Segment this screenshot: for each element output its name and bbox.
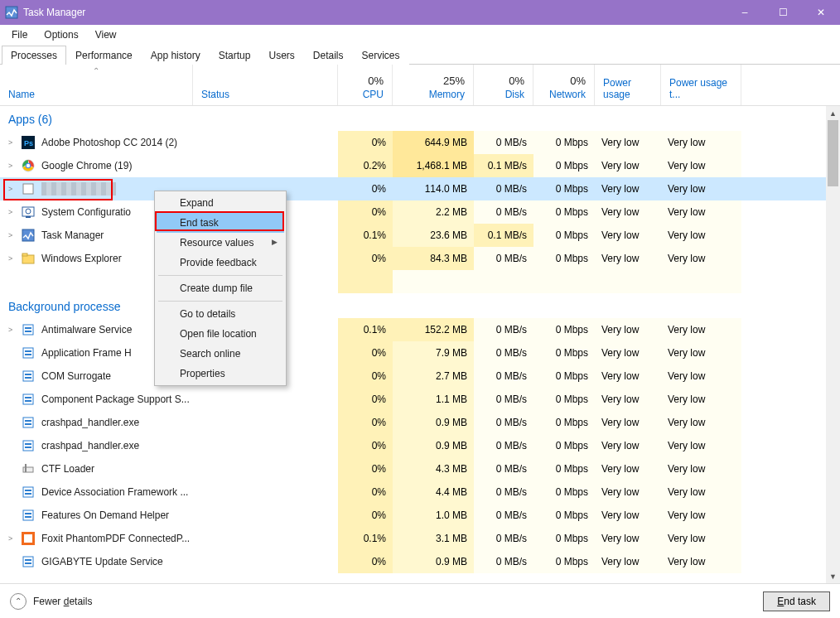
svg-rect-30	[25, 443, 31, 445]
footer: ⌃ Fewer details End task	[0, 583, 840, 618]
process-row[interactable]: CTF Loader0%4.3 MB0 MB/s0 MbpsVery lowVe…	[0, 457, 826, 480]
svg-rect-44	[25, 562, 31, 564]
menu-item-properties[interactable]: Properties	[157, 364, 284, 384]
col-memory[interactable]: 25%Memory	[393, 65, 474, 105]
process-row[interactable]: Device Association Framework ...0%4.4 MB…	[0, 480, 826, 504]
power-usage-trend-cell: Very low	[661, 411, 741, 434]
process-list[interactable]: Apps (6)>PsAdobe Photoshop CC 2014 (2)0%…	[0, 106, 826, 583]
menu-item-go-to-details[interactable]: Go to details	[157, 304, 284, 324]
process-row[interactable]: >PsAdobe Photoshop CC 2014 (2)0%644.9 MB…	[0, 131, 826, 154]
tab-app-history[interactable]: App history	[142, 46, 210, 65]
svg-rect-23	[23, 394, 33, 404]
process-row[interactable]: >Windows Explorer0%84.3 MB0 MB/s0 MbpsVe…	[0, 247, 826, 270]
power-usage-cell: Very low	[595, 504, 661, 527]
close-button[interactable]: ✕	[802, 0, 840, 25]
scroll-down-button[interactable]: ▼	[826, 569, 840, 583]
process-row[interactable]: Application Frame H0%7.9 MB0 MB/s0 MbpsV…	[0, 341, 826, 365]
scroll-track[interactable]	[826, 120, 840, 569]
submenu-arrow-icon: ▶	[272, 238, 278, 246]
tab-performance[interactable]: Performance	[66, 46, 142, 65]
tab-users[interactable]: Users	[259, 46, 303, 65]
col-name[interactable]: ⌃ Name	[0, 65, 193, 105]
process-row[interactable]: >Foxit PhantomPDF ConnectedP...0.1%3.1 M…	[0, 527, 826, 550]
menu-item-provide-feedback[interactable]: Provide feedback	[157, 253, 284, 273]
expand-chevron-icon[interactable]: >	[8, 208, 17, 216]
col-status[interactable]: Status	[193, 65, 338, 105]
power-usage-trend-cell: Very low	[661, 434, 741, 457]
expand-chevron-icon[interactable]: >	[8, 254, 17, 263]
col-power-usage-trend[interactable]: Power usage t...	[661, 65, 741, 105]
col-disk[interactable]: 0%Disk	[474, 65, 533, 105]
disk-cell: 0 MB/s	[474, 131, 533, 154]
svg-rect-24	[25, 397, 31, 398]
svg-rect-16	[25, 331, 31, 332]
process-row[interactable]: crashpad_handler.exe0%0.9 MB0 MB/s0 Mbps…	[0, 411, 826, 434]
svg-rect-41	[24, 534, 32, 543]
taskmgr-icon	[5, 6, 18, 19]
svg-rect-10	[26, 216, 31, 218]
disk-cell: 0 MB/s	[474, 527, 533, 550]
process-row[interactable]: COM Surrogate0%2.7 MB0 MB/s0 MbpsVery lo…	[0, 365, 826, 388]
menu-item-resource-values[interactable]: Resource values▶	[157, 233, 284, 253]
expand-chevron-icon[interactable]: >	[8, 326, 17, 334]
expand-chevron-icon[interactable]: >	[8, 231, 17, 239]
app-icon: Ps	[22, 136, 35, 149]
memory-cell: 0.9 MB	[393, 550, 474, 573]
expand-chevron-icon[interactable]: >	[8, 162, 17, 170]
col-network[interactable]: 0%Network	[533, 65, 595, 105]
power-usage-cell: Very low	[595, 341, 661, 365]
process-row[interactable]: Component Package Support S...0%1.1 MB0 …	[0, 388, 826, 411]
power-usage-trend-cell: Very low	[661, 247, 741, 270]
menu-options[interactable]: Options	[36, 27, 86, 42]
power-usage-cell: Very low	[595, 550, 661, 573]
expand-chevron-icon[interactable]: >	[8, 185, 17, 193]
scroll-thumb[interactable]	[828, 120, 838, 186]
process-row[interactable]: >Task Manager0.1%23.6 MB0.1 MB/s0 MbpsVe…	[0, 224, 826, 247]
expand-chevron-icon[interactable]: >	[8, 534, 17, 543]
svg-rect-21	[25, 374, 31, 375]
maximize-button[interactable]: ☐	[764, 0, 802, 25]
disk-cell: 0.1 MB/s	[474, 154, 533, 177]
svg-rect-38	[25, 513, 31, 514]
expand-chevron-icon[interactable]: >	[8, 138, 17, 147]
disk-cell: 0 MB/s	[474, 341, 533, 365]
power-usage-cell: Very low	[595, 154, 661, 177]
col-cpu[interactable]: 0%CPU	[338, 65, 393, 105]
svg-rect-19	[25, 354, 31, 355]
tab-startup[interactable]: Startup	[210, 46, 260, 65]
tab-details[interactable]: Details	[304, 46, 353, 65]
col-power-usage[interactable]: Power usage	[595, 65, 661, 105]
menu-item-search-online[interactable]: Search online	[157, 344, 284, 364]
end-task-button[interactable]: End task	[763, 591, 830, 611]
process-row[interactable]: Features On Demand Helper0%1.0 MB0 MB/s0…	[0, 504, 826, 527]
process-row[interactable]: GIGABYTE Update Service0%0.9 MB0 MB/s0 M…	[0, 550, 826, 573]
minimize-button[interactable]: –	[726, 0, 764, 25]
fewer-details-button[interactable]: ⌃ Fewer details	[10, 593, 92, 610]
context-menu[interactable]: ExpandEnd taskResource values▶Provide fe…	[154, 191, 287, 386]
cpu-cell: 0%	[338, 480, 393, 504]
disk-cell: 0 MB/s	[474, 434, 533, 457]
process-row[interactable]: crashpad_handler.exe0%0.9 MB0 MB/s0 Mbps…	[0, 434, 826, 457]
cpu-cell: 0%	[338, 411, 393, 434]
menu-item-end-task[interactable]: End task	[157, 213, 284, 233]
tabs: Processes Performance App history Startu…	[0, 45, 840, 65]
menu-item-create-dump-file[interactable]: Create dump file	[157, 278, 284, 298]
scrollbar-vertical[interactable]: ▲ ▼	[826, 106, 840, 583]
disk-cell: 0 MB/s	[474, 480, 533, 504]
group-gap	[0, 270, 826, 293]
menu-file[interactable]: File	[3, 27, 36, 42]
tab-processes[interactable]: Processes	[2, 46, 66, 65]
process-row[interactable]: >Google Chrome (19)0.2%1,468.1 MB0.1 MB/…	[0, 154, 826, 177]
menu-item-expand[interactable]: Expand	[157, 193, 284, 213]
scroll-up-button[interactable]: ▲	[826, 106, 840, 120]
process-row[interactable]: >0%114.0 MB0 MB/s0 MbpsVery lowVery low	[0, 177, 826, 200]
power-usage-cell: Very low	[595, 247, 661, 270]
process-row[interactable]: >System Configuratio0%2.2 MB0 MB/s0 Mbps…	[0, 200, 826, 224]
tab-services[interactable]: Services	[353, 46, 409, 65]
cpu-cell: 0%	[338, 177, 393, 200]
svg-rect-15	[25, 327, 31, 329]
menu-item-open-file-location[interactable]: Open file location	[157, 324, 284, 344]
process-row[interactable]: >Antimalware Service0.1%152.2 MB0 MB/s0 …	[0, 318, 826, 341]
menu-view[interactable]: View	[87, 27, 125, 42]
svg-rect-33	[25, 464, 27, 472]
